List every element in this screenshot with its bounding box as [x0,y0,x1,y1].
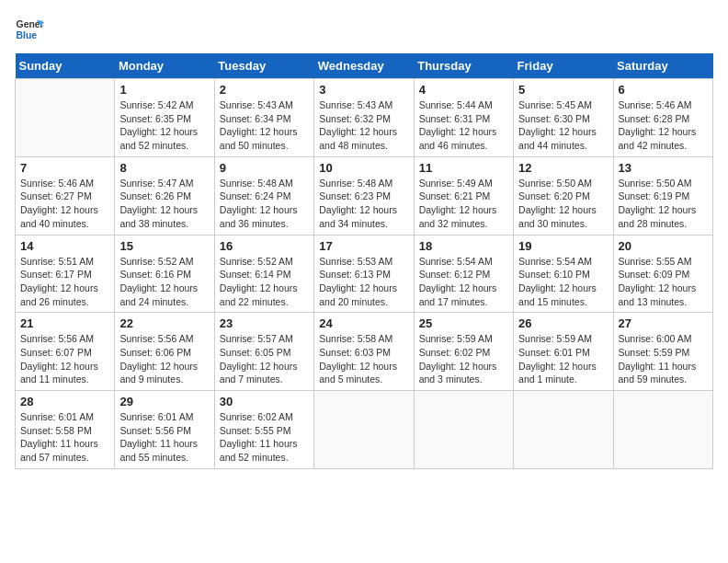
page-header: General Blue [15,15,713,44]
day-number: 27 [619,316,708,330]
calendar-cell: 4Sunrise: 5:44 AMSunset: 6:31 PMDaylight… [414,79,513,157]
day-info: Sunrise: 6:00 AMSunset: 5:59 PMDaylight:… [619,332,708,386]
calendar-cell: 19Sunrise: 5:54 AMSunset: 6:10 PMDayligh… [514,235,613,313]
calendar-cell: 21Sunrise: 5:56 AMSunset: 6:07 PMDayligh… [16,313,115,391]
calendar-cell: 28Sunrise: 6:01 AMSunset: 5:58 PMDayligh… [16,391,115,469]
calendar-cell: 29Sunrise: 6:01 AMSunset: 5:56 PMDayligh… [115,391,214,469]
calendar-cell: 2Sunrise: 5:43 AMSunset: 6:34 PMDaylight… [214,79,313,157]
day-info: Sunrise: 5:58 AMSunset: 6:03 PMDaylight:… [319,332,408,386]
day-info: Sunrise: 5:42 AMSunset: 6:35 PMDaylight:… [119,98,209,153]
calendar-cell: 18Sunrise: 5:54 AMSunset: 6:12 PMDayligh… [414,235,513,313]
day-number: 28 [20,395,109,408]
day-info: Sunrise: 5:56 AMSunset: 6:07 PMDaylight:… [20,332,109,386]
day-info: Sunrise: 6:01 AMSunset: 5:56 PMDaylight:… [119,410,209,465]
day-info: Sunrise: 5:51 AMSunset: 6:17 PMDaylight:… [20,255,109,309]
calendar-cell: 25Sunrise: 5:59 AMSunset: 6:02 PMDayligh… [414,313,513,391]
calendar-cell: 1Sunrise: 5:42 AMSunset: 6:35 PMDaylight… [115,79,214,157]
calendar-week-row: 14Sunrise: 5:51 AMSunset: 6:17 PMDayligh… [16,235,713,313]
day-number: 12 [518,161,608,175]
day-info: Sunrise: 5:46 AMSunset: 6:27 PMDaylight:… [20,177,109,231]
day-info: Sunrise: 5:50 AMSunset: 6:20 PMDaylight:… [518,177,608,231]
calendar-week-row: 21Sunrise: 5:56 AMSunset: 6:07 PMDayligh… [16,313,713,391]
calendar-cell: 6Sunrise: 5:46 AMSunset: 6:28 PMDaylight… [613,79,712,157]
calendar-cell: 27Sunrise: 6:00 AMSunset: 5:59 PMDayligh… [613,313,712,391]
day-info: Sunrise: 5:54 AMSunset: 6:12 PMDaylight:… [419,255,508,309]
day-number: 21 [20,316,109,330]
calendar-day-header: Thursday [414,53,513,79]
day-number: 5 [518,83,608,97]
day-info: Sunrise: 5:43 AMSunset: 6:34 PMDaylight:… [220,98,309,153]
day-number: 30 [220,395,309,408]
calendar-cell: 15Sunrise: 5:52 AMSunset: 6:16 PMDayligh… [115,235,214,313]
calendar-cell: 13Sunrise: 5:50 AMSunset: 6:19 PMDayligh… [613,156,712,235]
calendar-cell: 16Sunrise: 5:52 AMSunset: 6:14 PMDayligh… [214,235,313,313]
calendar-day-header: Sunday [16,53,115,79]
calendar-cell: 23Sunrise: 5:57 AMSunset: 6:05 PMDayligh… [214,313,313,391]
calendar-cell: 5Sunrise: 5:45 AMSunset: 6:30 PMDaylight… [514,79,613,157]
day-info: Sunrise: 5:46 AMSunset: 6:28 PMDaylight:… [619,98,708,153]
logo: General Blue [15,15,44,44]
day-number: 15 [119,239,209,253]
day-number: 7 [20,161,109,175]
calendar-day-header: Friday [514,53,613,79]
day-info: Sunrise: 6:02 AMSunset: 5:55 PMDaylight:… [220,410,309,465]
day-number: 29 [119,395,209,408]
logo-icon: General Blue [15,15,44,44]
day-info: Sunrise: 5:55 AMSunset: 6:09 PMDaylight:… [619,255,708,309]
calendar-cell: 22Sunrise: 5:56 AMSunset: 6:06 PMDayligh… [115,313,214,391]
day-number: 23 [220,316,309,330]
calendar-week-row: 7Sunrise: 5:46 AMSunset: 6:27 PMDaylight… [16,156,713,235]
day-info: Sunrise: 5:59 AMSunset: 6:01 PMDaylight:… [518,332,608,386]
calendar-cell: 11Sunrise: 5:49 AMSunset: 6:21 PMDayligh… [414,156,513,235]
calendar-cell: 26Sunrise: 5:59 AMSunset: 6:01 PMDayligh… [514,313,613,391]
calendar-cell [314,391,414,469]
calendar-header-row: SundayMondayTuesdayWednesdayThursdayFrid… [16,53,713,79]
day-number: 22 [119,316,209,330]
day-info: Sunrise: 5:48 AMSunset: 6:23 PMDaylight:… [319,177,408,231]
day-number: 11 [419,161,508,175]
day-number: 17 [319,239,408,253]
day-info: Sunrise: 5:47 AMSunset: 6:26 PMDaylight:… [119,177,209,231]
calendar-cell: 24Sunrise: 5:58 AMSunset: 6:03 PMDayligh… [314,313,414,391]
calendar-day-header: Saturday [613,53,712,79]
day-info: Sunrise: 5:48 AMSunset: 6:24 PMDaylight:… [220,177,309,231]
calendar-cell: 14Sunrise: 5:51 AMSunset: 6:17 PMDayligh… [16,235,115,313]
day-number: 4 [419,83,508,97]
day-info: Sunrise: 5:52 AMSunset: 6:14 PMDaylight:… [220,255,309,309]
day-number: 20 [619,239,708,253]
day-info: Sunrise: 5:59 AMSunset: 6:02 PMDaylight:… [419,332,508,386]
calendar-cell: 7Sunrise: 5:46 AMSunset: 6:27 PMDaylight… [16,156,115,235]
calendar-cell: 20Sunrise: 5:55 AMSunset: 6:09 PMDayligh… [613,235,712,313]
day-info: Sunrise: 6:01 AMSunset: 5:58 PMDaylight:… [20,410,109,465]
day-number: 8 [119,161,209,175]
day-number: 1 [119,83,209,97]
day-info: Sunrise: 5:53 AMSunset: 6:13 PMDaylight:… [319,255,408,309]
day-number: 9 [220,161,309,175]
day-number: 24 [319,316,408,330]
day-number: 2 [220,83,309,97]
day-info: Sunrise: 5:43 AMSunset: 6:32 PMDaylight:… [319,98,408,153]
day-info: Sunrise: 5:44 AMSunset: 6:31 PMDaylight:… [419,98,508,153]
calendar-cell: 12Sunrise: 5:50 AMSunset: 6:20 PMDayligh… [514,156,613,235]
day-info: Sunrise: 5:52 AMSunset: 6:16 PMDaylight:… [119,255,209,309]
calendar-cell: 17Sunrise: 5:53 AMSunset: 6:13 PMDayligh… [314,235,414,313]
calendar-day-header: Tuesday [214,53,313,79]
calendar-cell: 30Sunrise: 6:02 AMSunset: 5:55 PMDayligh… [214,391,313,469]
day-number: 25 [419,316,508,330]
calendar-cell [16,79,115,157]
calendar-day-header: Monday [115,53,214,79]
calendar-cell: 8Sunrise: 5:47 AMSunset: 6:26 PMDaylight… [115,156,214,235]
day-number: 26 [518,316,608,330]
day-number: 6 [619,83,708,97]
calendar-week-row: 1Sunrise: 5:42 AMSunset: 6:35 PMDaylight… [16,79,713,157]
day-info: Sunrise: 5:50 AMSunset: 6:19 PMDaylight:… [619,177,708,231]
day-number: 13 [619,161,708,175]
calendar-week-row: 28Sunrise: 6:01 AMSunset: 5:58 PMDayligh… [16,391,713,469]
day-number: 10 [319,161,408,175]
day-number: 3 [319,83,408,97]
day-number: 19 [518,239,608,253]
svg-text:Blue: Blue [17,30,38,40]
day-number: 18 [419,239,508,253]
day-info: Sunrise: 5:49 AMSunset: 6:21 PMDaylight:… [419,177,508,231]
day-info: Sunrise: 5:45 AMSunset: 6:30 PMDaylight:… [518,98,608,153]
